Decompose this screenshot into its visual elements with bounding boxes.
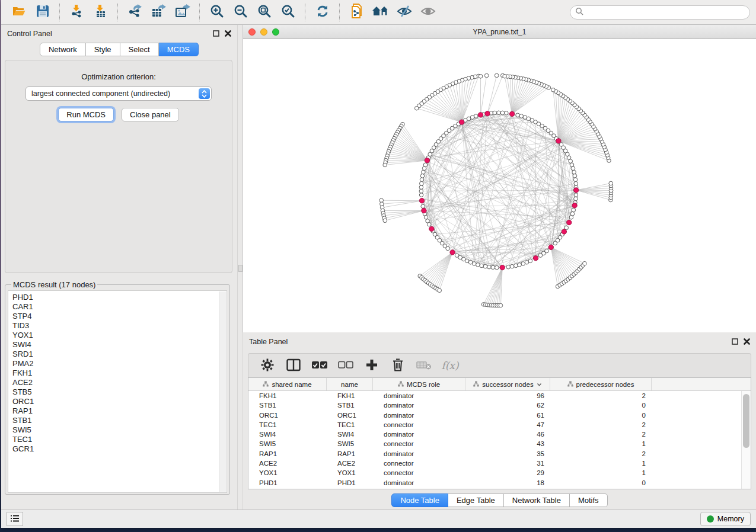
show-panels-button[interactable] bbox=[417, 2, 439, 23]
network-node[interactable] bbox=[569, 216, 573, 220]
network-node[interactable] bbox=[420, 174, 425, 178]
table-cell[interactable]: connector bbox=[373, 439, 465, 448]
table-row[interactable]: STB1STB1dominator620 bbox=[248, 400, 751, 410]
table-cell[interactable]: 61 bbox=[465, 411, 550, 420]
table-cell[interactable]: 1 bbox=[550, 468, 652, 477]
mcds-hub-node[interactable] bbox=[478, 113, 483, 117]
task-history-button[interactable] bbox=[7, 512, 23, 526]
hide-panels-button[interactable] bbox=[394, 2, 415, 23]
network-node[interactable] bbox=[419, 185, 423, 190]
run-mcds-button[interactable]: Run MCDS bbox=[58, 108, 114, 121]
table-row[interactable]: TEC1TEC1connector472 bbox=[248, 420, 751, 430]
column-header-name[interactable]: name bbox=[327, 378, 373, 390]
network-node[interactable] bbox=[495, 265, 499, 270]
table-row[interactable]: SWI5SWI5connector431 bbox=[248, 439, 751, 448]
table-cell[interactable]: SWI4 bbox=[248, 430, 327, 439]
table-cell[interactable]: YOX1 bbox=[327, 468, 373, 477]
table-cell[interactable]: 0 bbox=[550, 411, 652, 420]
mcds-result-item[interactable]: TID3 bbox=[12, 321, 227, 331]
mcds-result-item[interactable]: CAR1 bbox=[12, 302, 227, 312]
network-node[interactable] bbox=[470, 116, 474, 120]
mcds-result-item[interactable]: TEC1 bbox=[12, 435, 227, 444]
table-cell[interactable]: STB1 bbox=[327, 400, 373, 410]
split-columns-button[interactable] bbox=[282, 355, 305, 376]
column-header-shared-name[interactable]: shared name bbox=[248, 378, 327, 390]
column-header-MCDS-role[interactable]: MCDS role bbox=[373, 378, 465, 390]
table-cell[interactable]: connector bbox=[373, 468, 465, 477]
mcds-result-list[interactable]: PHD1CAR1STP4TID3YOX1SWI4SRD1PMA2FKH1ACE2… bbox=[8, 290, 227, 493]
satellite-node[interactable] bbox=[383, 163, 387, 167]
satellite-node[interactable] bbox=[438, 289, 442, 293]
panel-splitter[interactable] bbox=[237, 25, 243, 509]
table-cell[interactable]: 18 bbox=[465, 478, 550, 488]
mcds-result-item[interactable]: PMA2 bbox=[12, 359, 227, 368]
zoom-selected-button[interactable] bbox=[277, 2, 299, 23]
table-row[interactable]: PHD1PHD1dominator180 bbox=[248, 478, 751, 488]
table-cell[interactable]: TEC1 bbox=[327, 420, 373, 430]
mcds-hub-node[interactable] bbox=[422, 208, 426, 213]
network-node[interactable] bbox=[516, 113, 520, 117]
satellite-node[interactable] bbox=[383, 219, 387, 223]
save-session-button[interactable] bbox=[32, 2, 53, 23]
tab-motifs[interactable]: Motifs bbox=[570, 493, 608, 507]
network-node[interactable] bbox=[422, 166, 426, 171]
mcds-hub-node[interactable] bbox=[572, 203, 577, 208]
column-header-successor-nodes[interactable]: successor nodes bbox=[465, 378, 550, 390]
table-scrollbar[interactable] bbox=[741, 391, 751, 489]
network-node[interactable] bbox=[571, 166, 575, 171]
table-cell[interactable]: STB1 bbox=[248, 400, 327, 410]
network-node[interactable] bbox=[574, 193, 578, 197]
close-panel-button[interactable]: Close panel bbox=[122, 108, 179, 121]
network-node[interactable] bbox=[423, 163, 428, 167]
table-cell[interactable]: 0 bbox=[550, 400, 652, 410]
table-cell[interactable]: 47 bbox=[465, 420, 550, 430]
close-panel-icon[interactable] bbox=[744, 336, 750, 347]
export-table-button[interactable] bbox=[148, 2, 170, 23]
satellite-node[interactable] bbox=[583, 261, 587, 265]
network-node[interactable] bbox=[500, 111, 505, 115]
table-cell[interactable]: RAP1 bbox=[327, 449, 373, 459]
mcds-list-scrollbar[interactable] bbox=[219, 291, 226, 492]
table-scrollbar-thumb[interactable] bbox=[743, 394, 749, 448]
network-node[interactable] bbox=[455, 254, 459, 258]
zoom-out-button[interactable] bbox=[230, 2, 251, 23]
mcds-result-item[interactable]: SWI5 bbox=[12, 425, 227, 435]
network-node[interactable] bbox=[483, 264, 487, 268]
table-cell[interactable]: connector bbox=[373, 420, 465, 430]
mcds-hub-node[interactable] bbox=[425, 158, 429, 163]
export-network-button[interactable] bbox=[125, 2, 146, 23]
mcds-result-item[interactable]: STP4 bbox=[12, 312, 227, 321]
table-cell[interactable]: YOX1 bbox=[248, 468, 327, 477]
network-node[interactable] bbox=[472, 262, 476, 266]
table-cell[interactable]: TEC1 bbox=[248, 420, 327, 430]
network-node[interactable] bbox=[525, 261, 529, 265]
add-column-button[interactable] bbox=[360, 355, 384, 376]
network-node[interactable] bbox=[506, 265, 511, 269]
mcds-result-item[interactable]: SWI4 bbox=[12, 340, 227, 350]
tab-edge-table[interactable]: Edge Table bbox=[448, 493, 504, 507]
network-node[interactable] bbox=[519, 114, 524, 118]
network-node[interactable] bbox=[572, 208, 576, 212]
table-cell[interactable]: 29 bbox=[465, 468, 550, 477]
mcds-result-item[interactable]: STB1 bbox=[12, 416, 227, 425]
table-cell[interactable]: dominator bbox=[373, 430, 465, 439]
table-cell[interactable]: 62 bbox=[465, 400, 550, 410]
network-canvas[interactable] bbox=[243, 39, 756, 332]
mcds-result-item[interactable]: FKH1 bbox=[12, 368, 227, 378]
satellite-node[interactable] bbox=[484, 73, 489, 78]
network-node[interactable] bbox=[574, 181, 578, 185]
satellite-node[interactable] bbox=[503, 74, 507, 78]
mcds-result-item[interactable]: ORC1 bbox=[12, 397, 227, 406]
zoom-in-button[interactable] bbox=[206, 2, 228, 23]
network-node[interactable] bbox=[420, 178, 424, 182]
network-node[interactable] bbox=[538, 254, 543, 258]
import-table-button[interactable] bbox=[90, 2, 111, 23]
network-node[interactable] bbox=[474, 114, 478, 118]
float-panel-icon[interactable] bbox=[732, 336, 738, 347]
table-cell[interactable]: 2 bbox=[550, 391, 652, 400]
table-cell[interactable]: dominator bbox=[373, 391, 465, 400]
table-cell[interactable]: 0 bbox=[550, 478, 652, 488]
close-panel-icon[interactable] bbox=[225, 28, 231, 39]
table-cell[interactable]: 46 bbox=[465, 430, 550, 439]
tab-network[interactable]: Network bbox=[40, 43, 86, 56]
